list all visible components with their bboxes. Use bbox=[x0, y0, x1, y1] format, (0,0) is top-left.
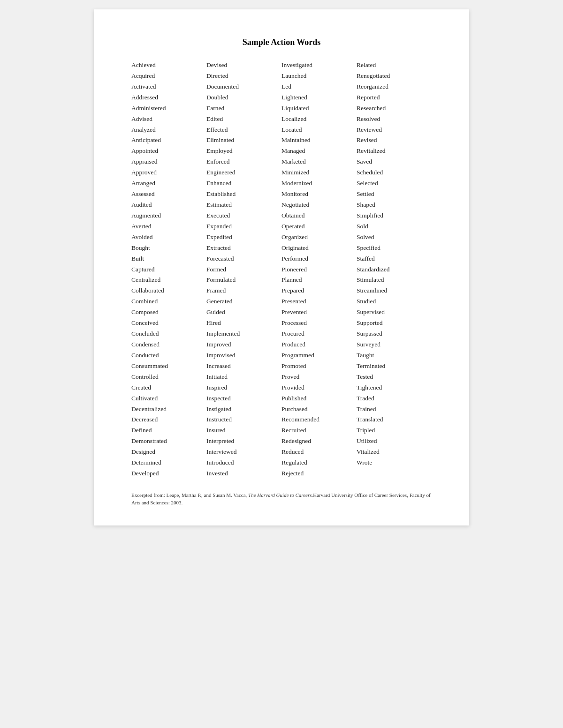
action-word: Produced bbox=[282, 340, 357, 350]
action-word: Lightened bbox=[282, 93, 357, 103]
action-word: Sold bbox=[357, 222, 432, 232]
action-word: Shaped bbox=[357, 200, 432, 210]
action-word: Investigated bbox=[282, 60, 357, 70]
action-word: Extracted bbox=[206, 243, 282, 253]
footer-text1: Excerpted from: Leape, Martha P., and Su… bbox=[131, 492, 248, 498]
action-word: Composed bbox=[131, 308, 206, 317]
action-word: Documented bbox=[206, 82, 282, 92]
action-word: Instructed bbox=[206, 415, 282, 425]
action-word: Resolved bbox=[357, 114, 432, 124]
action-word: Guided bbox=[206, 308, 282, 317]
action-word: Reviewed bbox=[357, 125, 432, 135]
column-2: DevisedDirectedDocumentedDoubledEarnedEd… bbox=[206, 60, 282, 479]
action-word: Addressed bbox=[131, 93, 206, 103]
action-word: Tripled bbox=[357, 426, 432, 435]
action-word: Bought bbox=[131, 243, 206, 253]
action-word: Employed bbox=[206, 146, 282, 156]
action-word: Trained bbox=[357, 405, 432, 414]
action-word: Related bbox=[357, 60, 432, 70]
action-word: Located bbox=[282, 125, 357, 135]
action-word: Determined bbox=[131, 458, 206, 468]
action-word: Established bbox=[206, 189, 282, 199]
action-word: Appointed bbox=[131, 146, 206, 156]
action-word: Conducted bbox=[131, 351, 206, 360]
action-word: Utilized bbox=[357, 436, 432, 446]
action-word: Conceived bbox=[131, 318, 206, 328]
action-word: Vitalized bbox=[357, 447, 432, 457]
action-word: Tightened bbox=[357, 383, 432, 393]
action-word: Engineered bbox=[206, 168, 282, 178]
action-word: Forecasted bbox=[206, 254, 282, 264]
action-word: Enhanced bbox=[206, 179, 282, 188]
action-word: Devised bbox=[206, 60, 282, 70]
action-word: Promoted bbox=[282, 361, 357, 371]
action-word: Simplified bbox=[357, 211, 432, 221]
action-word: Avoided bbox=[131, 233, 206, 242]
action-word: Launched bbox=[282, 71, 357, 81]
action-word: Collaborated bbox=[131, 286, 206, 296]
action-word: Controlled bbox=[131, 372, 206, 382]
action-word: Improvised bbox=[206, 351, 282, 360]
column-3: InvestigatedLaunchedLedLightenedLiquidat… bbox=[282, 60, 357, 479]
action-word: Invested bbox=[206, 469, 282, 479]
action-word: Obtained bbox=[282, 211, 357, 221]
action-word: Decreased bbox=[131, 415, 206, 425]
action-word: Acquired bbox=[131, 71, 206, 81]
action-word: Earned bbox=[206, 104, 282, 113]
word-columns: AchievedAcquiredActivatedAddressedAdmini… bbox=[131, 60, 432, 479]
action-word: Activated bbox=[131, 82, 206, 92]
action-word: Edited bbox=[206, 114, 282, 124]
action-word: Modernized bbox=[282, 179, 357, 188]
action-word: Advised bbox=[131, 114, 206, 124]
action-word: Improved bbox=[206, 340, 282, 350]
action-word: Expanded bbox=[206, 222, 282, 232]
footer-title: The Harvard Guide to Careers. bbox=[248, 492, 313, 498]
action-word: Liquidated bbox=[282, 104, 357, 113]
action-word: Organized bbox=[282, 233, 357, 242]
action-word: Monitored bbox=[282, 189, 357, 199]
action-word: Presented bbox=[282, 297, 357, 307]
action-word: Purchased bbox=[282, 405, 357, 414]
action-word: Terminated bbox=[357, 361, 432, 371]
action-word: Appraised bbox=[131, 157, 206, 167]
action-word: Captured bbox=[131, 265, 206, 275]
action-word: Cultivated bbox=[131, 394, 206, 404]
action-word: Scheduled bbox=[357, 168, 432, 178]
action-word: Initiated bbox=[206, 372, 282, 382]
action-word: Revised bbox=[357, 135, 432, 145]
action-word: Operated bbox=[282, 222, 357, 232]
action-word: Achieved bbox=[131, 60, 206, 70]
page-title: Sample Action Words bbox=[131, 38, 432, 47]
action-word: Staffed bbox=[357, 254, 432, 264]
action-word: Recommended bbox=[282, 415, 357, 425]
action-word: Published bbox=[282, 394, 357, 404]
action-word: Enforced bbox=[206, 157, 282, 167]
action-word: Decentralized bbox=[131, 405, 206, 414]
action-word: Formulated bbox=[206, 275, 282, 285]
action-word: Generated bbox=[206, 297, 282, 307]
action-word: Localized bbox=[282, 114, 357, 124]
action-word: Anticipated bbox=[131, 135, 206, 145]
action-word: Formed bbox=[206, 265, 282, 275]
action-word: Taught bbox=[357, 351, 432, 360]
action-word: Renegotiated bbox=[357, 71, 432, 81]
action-word: Processed bbox=[282, 318, 357, 328]
action-word: Redesigned bbox=[282, 436, 357, 446]
action-word: Prevented bbox=[282, 308, 357, 317]
action-word: Originated bbox=[282, 243, 357, 253]
action-word: Supervised bbox=[357, 308, 432, 317]
action-word: Provided bbox=[282, 383, 357, 393]
action-word: Averted bbox=[131, 222, 206, 232]
action-word: Estimated bbox=[206, 200, 282, 210]
action-word: Assessed bbox=[131, 189, 206, 199]
action-word: Concluded bbox=[131, 329, 206, 339]
action-word: Implemented bbox=[206, 329, 282, 339]
action-word: Translated bbox=[357, 415, 432, 425]
action-word: Prepared bbox=[282, 286, 357, 296]
column-4: RelatedRenegotiatedReorganizedReportedRe… bbox=[357, 60, 432, 479]
action-word: Supported bbox=[357, 318, 432, 328]
action-word: Built bbox=[131, 254, 206, 264]
action-word: Procured bbox=[282, 329, 357, 339]
action-word: Effected bbox=[206, 125, 282, 135]
action-word: Combined bbox=[131, 297, 206, 307]
